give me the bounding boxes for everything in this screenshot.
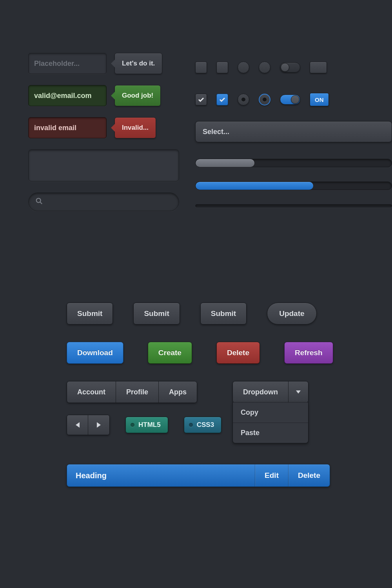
radio-unchecked-2[interactable] <box>259 62 270 73</box>
tooltip-default: Let's do it. <box>114 53 162 74</box>
dropdown-button[interactable]: Dropdown <box>232 381 309 403</box>
svg-marker-4 <box>97 422 101 428</box>
segment-apps[interactable]: Apps <box>159 381 197 403</box>
checkbox-unchecked-2[interactable] <box>216 62 228 73</box>
tag-dot-icon <box>189 423 193 427</box>
radio-checked-grey[interactable] <box>238 94 249 105</box>
text-input-default[interactable] <box>28 53 107 74</box>
submit-button-2[interactable]: Submit <box>133 303 180 325</box>
radio-unchecked-1[interactable] <box>238 62 249 73</box>
segment-profile[interactable]: Profile <box>116 381 159 403</box>
text-input-valid[interactable] <box>28 85 107 106</box>
delete-button[interactable]: Delete <box>216 342 260 364</box>
svg-marker-2 <box>296 390 301 394</box>
heading-bar: Heading Edit Delete <box>67 464 330 487</box>
heading-delete-button[interactable]: Delete <box>288 465 330 486</box>
tag-html5[interactable]: HTML5 <box>125 417 168 433</box>
download-button[interactable]: Download <box>67 342 123 364</box>
on-button[interactable]: ON <box>310 93 329 106</box>
dropdown-item-paste[interactable]: Paste <box>233 423 308 443</box>
progress-bar-thin <box>195 204 392 207</box>
svg-marker-3 <box>76 422 80 428</box>
tag-css3[interactable]: CSS3 <box>184 417 221 433</box>
square-control[interactable] <box>310 62 327 73</box>
dropdown-menu: Copy Paste <box>232 402 309 443</box>
textarea[interactable] <box>28 149 179 181</box>
checkbox-checked-grey[interactable] <box>195 94 207 105</box>
update-button[interactable]: Update <box>267 303 316 325</box>
checkbox-unchecked-1[interactable] <box>195 62 207 73</box>
search-input[interactable] <box>28 192 179 211</box>
heading-edit-button[interactable]: Edit <box>255 465 288 486</box>
segmented-control: Account Profile Apps <box>67 381 197 403</box>
toggle-off[interactable] <box>280 62 300 73</box>
segment-account[interactable]: Account <box>67 381 116 403</box>
svg-point-0 <box>36 198 41 202</box>
heading-title: Heading <box>67 471 255 480</box>
tag-dot-icon <box>131 423 134 427</box>
svg-line-1 <box>40 202 42 204</box>
text-input-invalid[interactable] <box>28 117 107 138</box>
progress-bar-grey <box>195 159 392 167</box>
submit-button-1[interactable]: Submit <box>67 303 113 325</box>
refresh-button[interactable]: Refresh <box>284 342 333 364</box>
chevron-down-icon <box>289 381 308 403</box>
radio-checked-blue[interactable] <box>259 94 270 105</box>
toggle-on[interactable] <box>280 94 300 105</box>
nav-arrows <box>67 415 110 435</box>
search-icon <box>36 198 43 207</box>
dropdown-label: Dropdown <box>233 381 289 403</box>
progress-bar-blue <box>195 181 392 190</box>
dropdown-item-copy[interactable]: Copy <box>233 402 308 423</box>
tag-html5-label: HTML5 <box>138 421 161 429</box>
next-button[interactable] <box>88 415 109 435</box>
prev-button[interactable] <box>67 415 88 435</box>
create-button[interactable]: Create <box>148 342 192 364</box>
select-dropdown[interactable]: Select... <box>195 121 392 142</box>
tooltip-valid: Good job! <box>114 85 161 106</box>
checkbox-checked-blue[interactable] <box>216 94 228 105</box>
tag-css3-label: CSS3 <box>197 421 214 429</box>
submit-button-3[interactable]: Submit <box>200 303 247 325</box>
tooltip-invalid: Invalid... <box>114 117 156 138</box>
